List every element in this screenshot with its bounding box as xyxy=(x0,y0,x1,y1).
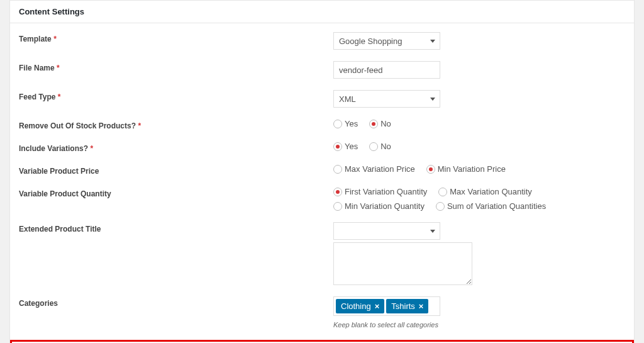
radio-varqty-sum[interactable]: Sum of Variation Quantities xyxy=(436,201,546,211)
radio-removestock-yes[interactable]: Yes xyxy=(333,119,358,128)
vendors-row-highlight: Select Vendors Keep blank to select all … xyxy=(10,340,634,343)
label-exttitle: Extended Product Title xyxy=(19,222,333,233)
label-varprice: Variable Product Price xyxy=(19,164,333,176)
panel-title: Content Settings xyxy=(10,1,634,23)
categories-hint: Keep blank to select all categories xyxy=(333,321,438,329)
template-select[interactable]: Google Shopping xyxy=(333,32,440,50)
radio-varprice-min[interactable]: Min Variation Price xyxy=(426,164,506,174)
label-template: Template * xyxy=(19,32,333,43)
label-includevar: Include Variations? * xyxy=(19,142,333,153)
required-mark: * xyxy=(138,121,141,130)
radio-varprice-max[interactable]: Max Variation Price xyxy=(333,164,415,174)
panel-body: Template * Google Shopping File Name * F… xyxy=(10,23,634,343)
required-mark: * xyxy=(57,64,60,72)
radio-varqty-min[interactable]: Min Variation Quantity xyxy=(333,201,425,211)
categories-input[interactable]: Clothing × Tshirts × xyxy=(333,296,440,316)
radio-includevar-yes[interactable]: Yes xyxy=(333,142,358,151)
label-feedtype: Feed Type * xyxy=(19,90,333,101)
filename-input[interactable] xyxy=(333,61,440,79)
content-settings-panel: Content Settings Template * Google Shopp… xyxy=(9,0,635,343)
required-mark: * xyxy=(58,93,61,101)
label-filename: File Name * xyxy=(19,61,333,72)
exttitle-text[interactable] xyxy=(333,242,472,285)
label-categories: Categories xyxy=(19,296,333,308)
tag-tshirts[interactable]: Tshirts × xyxy=(386,299,428,313)
radio-varqty-max[interactable]: Max Variation Quantity xyxy=(438,187,532,196)
required-mark: * xyxy=(53,35,57,43)
close-icon[interactable]: × xyxy=(419,301,424,311)
radio-includevar-no[interactable]: No xyxy=(369,142,391,151)
required-mark: * xyxy=(90,144,93,153)
feedtype-select[interactable]: XML xyxy=(333,90,440,108)
radio-removestock-no[interactable]: No xyxy=(369,119,391,128)
label-varqty: Variable Product Quantity xyxy=(19,187,333,198)
close-icon[interactable]: × xyxy=(375,301,380,311)
label-removestock: Remove Out Of Stock Products? * xyxy=(19,119,333,130)
tag-clothing[interactable]: Clothing × xyxy=(336,299,384,313)
radio-varqty-first[interactable]: First Variation Quantity xyxy=(333,187,427,196)
exttitle-select[interactable] xyxy=(333,222,440,240)
